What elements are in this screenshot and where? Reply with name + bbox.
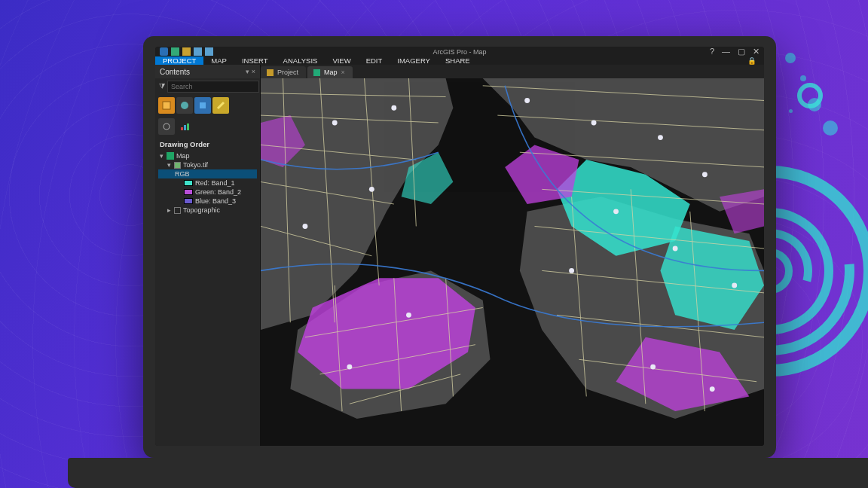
band-swatch-blue bbox=[184, 198, 193, 204]
svg-point-18 bbox=[369, 187, 374, 192]
help-icon[interactable]: ? bbox=[710, 47, 714, 56]
contents-search-input[interactable] bbox=[167, 81, 259, 93]
tab-imagery[interactable]: IMAGERY bbox=[390, 56, 438, 65]
svg-point-9 bbox=[391, 105, 396, 111]
map-viewer: Project Map × bbox=[261, 65, 764, 446]
tab-insert[interactable]: INSERT bbox=[234, 56, 276, 65]
list-by-labeling-icon[interactable] bbox=[176, 118, 193, 135]
svg-point-1 bbox=[181, 102, 188, 109]
svg-rect-2 bbox=[200, 102, 206, 108]
qat-open-icon[interactable] bbox=[182, 47, 191, 56]
band-label: Red: Band_1 bbox=[195, 179, 235, 187]
svg-point-13 bbox=[702, 172, 708, 177]
tree-layer-label: Tokyo.tif bbox=[183, 161, 208, 169]
titlebar: ArcGIS Pro - Map ? — ▢ ✕ bbox=[155, 47, 764, 56]
svg-point-17 bbox=[569, 268, 574, 273]
expand-icon[interactable]: ▸ bbox=[166, 206, 172, 214]
tab-map[interactable]: MAP bbox=[203, 56, 234, 65]
svg-rect-0 bbox=[163, 102, 170, 109]
ribbon-tabs: PROJECT MAP INSERT ANALYSIS VIEW EDIT IM… bbox=[155, 56, 764, 65]
tab-edit[interactable]: EDIT bbox=[359, 56, 390, 65]
svg-point-23 bbox=[710, 386, 715, 392]
view-tab-project-label: Project bbox=[277, 69, 298, 76]
tree-basemap-label: Topographic bbox=[183, 206, 220, 214]
list-by-selection-icon[interactable] bbox=[194, 97, 211, 114]
app-window: ArcGIS Pro - Map ? — ▢ ✕ PROJECT MAP INS… bbox=[155, 47, 764, 446]
contents-options-icon[interactable]: ▾ bbox=[246, 68, 249, 75]
svg-point-11 bbox=[591, 120, 597, 126]
tree-layer-tokyo[interactable]: ▾ Tokyo.tif bbox=[158, 160, 257, 169]
svg-point-14 bbox=[613, 209, 619, 214]
svg-point-19 bbox=[303, 224, 308, 229]
band-label: Green: Band_2 bbox=[195, 188, 241, 196]
workspace: Contents ▾ × ⧩ ⌕ bbox=[155, 65, 764, 446]
qat-redo-icon[interactable] bbox=[205, 47, 213, 56]
list-by-snapping-icon[interactable] bbox=[158, 118, 175, 135]
maximize-button[interactable]: ▢ bbox=[738, 47, 745, 56]
signin-lock-icon[interactable]: 🔒 bbox=[740, 56, 764, 65]
contents-close-icon[interactable]: × bbox=[252, 68, 255, 75]
layer-tree: ▾ Map ▾ Tokyo.tif RGB Red: Band_1 bbox=[155, 151, 260, 221]
svg-point-3 bbox=[164, 124, 170, 130]
expand-icon[interactable]: ▾ bbox=[166, 161, 172, 169]
quick-access-toolbar bbox=[160, 47, 213, 56]
tab-view[interactable]: VIEW bbox=[325, 56, 358, 65]
layer-visibility-checkbox[interactable] bbox=[174, 162, 181, 169]
band-swatch-green bbox=[184, 189, 193, 195]
project-icon bbox=[267, 69, 274, 76]
qat-undo-icon[interactable] bbox=[194, 47, 202, 56]
svg-point-22 bbox=[650, 364, 656, 370]
minimize-button[interactable]: — bbox=[722, 47, 730, 56]
close-tab-icon[interactable]: × bbox=[341, 69, 345, 76]
tab-analysis[interactable]: ANALYSIS bbox=[276, 56, 326, 65]
tab-project[interactable]: PROJECT bbox=[155, 56, 203, 65]
expand-icon[interactable]: ▾ bbox=[158, 152, 164, 160]
qat-save-icon[interactable] bbox=[171, 47, 179, 56]
contents-title: Contents bbox=[160, 68, 243, 76]
view-tab-map[interactable]: Map × bbox=[307, 66, 353, 78]
layer-visibility-checkbox[interactable] bbox=[174, 207, 181, 214]
contents-search-row: ⧩ ⌕ bbox=[155, 78, 260, 95]
list-by-editing-icon[interactable] bbox=[212, 97, 229, 114]
close-button[interactable]: ✕ bbox=[753, 47, 760, 56]
band-swatch-red bbox=[184, 180, 193, 186]
laptop-base bbox=[68, 458, 868, 488]
filter-icon[interactable]: ⧩ bbox=[159, 82, 165, 91]
svg-point-16 bbox=[732, 283, 737, 288]
decorative-ring-icon bbox=[797, 83, 823, 108]
contents-header: Contents ▾ × bbox=[155, 65, 260, 78]
app-icon bbox=[160, 47, 168, 56]
tree-map-label: Map bbox=[176, 152, 190, 160]
view-tab-map-label: Map bbox=[324, 69, 338, 76]
contents-toolbar bbox=[155, 95, 260, 116]
window-title: ArcGIS Pro - Map bbox=[155, 48, 764, 56]
svg-point-12 bbox=[658, 135, 663, 140]
contents-toolbar-row2 bbox=[155, 116, 260, 137]
tree-map-root[interactable]: ▾ Map bbox=[158, 151, 257, 160]
tree-band-red[interactable]: Red: Band_1 bbox=[158, 178, 257, 188]
map-canvas[interactable] bbox=[261, 78, 764, 446]
list-by-drawing-order-icon[interactable] bbox=[158, 97, 175, 114]
tree-band-green[interactable]: Green: Band_2 bbox=[158, 188, 257, 197]
svg-rect-6 bbox=[187, 124, 189, 130]
tree-basemap[interactable]: ▸ Topographic bbox=[158, 206, 257, 215]
map-icon bbox=[167, 152, 174, 160]
tab-share[interactable]: SHARE bbox=[438, 56, 478, 65]
tree-band-blue[interactable]: Blue: Band_3 bbox=[158, 197, 257, 206]
band-label: Blue: Band_3 bbox=[195, 197, 236, 205]
svg-point-8 bbox=[332, 120, 338, 126]
svg-point-20 bbox=[406, 313, 411, 318]
contents-pane: Contents ▾ × ⧩ ⌕ bbox=[155, 65, 261, 446]
drawing-order-heading: Drawing Order bbox=[155, 137, 260, 151]
svg-point-21 bbox=[347, 364, 352, 370]
svg-rect-4 bbox=[181, 127, 183, 130]
list-by-source-icon[interactable] bbox=[176, 97, 193, 114]
tree-renderer-label: RGB bbox=[175, 170, 190, 178]
svg-point-10 bbox=[524, 98, 530, 103]
svg-point-15 bbox=[673, 246, 678, 252]
view-tabs: Project Map × bbox=[261, 65, 764, 78]
svg-rect-5 bbox=[184, 125, 186, 130]
tree-renderer-rgb[interactable]: RGB bbox=[158, 169, 257, 178]
view-tab-project[interactable]: Project bbox=[261, 66, 306, 78]
laptop-frame: ArcGIS Pro - Map ? — ▢ ✕ PROJECT MAP INS… bbox=[143, 36, 776, 458]
